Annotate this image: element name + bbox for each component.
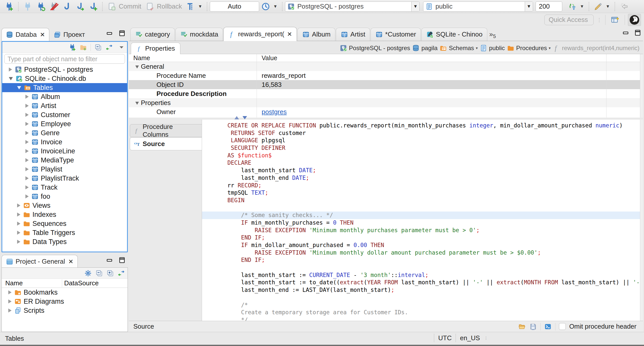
expand-twistie-icon[interactable] xyxy=(25,167,29,171)
grid-scrollbar[interactable] xyxy=(640,54,643,118)
maximize-button[interactable] xyxy=(118,256,126,264)
expand-twistie-icon[interactable] xyxy=(25,131,29,135)
sql-editor-button[interactable] xyxy=(60,1,73,12)
status-timezone[interactable]: UTC xyxy=(438,334,452,342)
grid-row-general[interactable]: General xyxy=(129,62,643,71)
view-tab-projects[interactable]: Проект xyxy=(49,28,89,41)
connection-combo-arrow[interactable]: ▼ xyxy=(411,2,419,11)
tree-item-mediatype[interactable]: MediaType xyxy=(2,156,127,165)
tree-item-employee[interactable]: Employee xyxy=(2,119,127,128)
status-locale[interactable]: en_US xyxy=(460,334,480,342)
expand-twistie-icon[interactable] xyxy=(8,308,12,313)
history-button[interactable]: ▼ xyxy=(259,1,279,12)
quick-access-input[interactable] xyxy=(544,15,594,25)
property-value-link[interactable]: postgres xyxy=(262,108,287,116)
back-button[interactable] xyxy=(618,1,631,12)
minimize-button[interactable] xyxy=(106,256,113,264)
minimize-button[interactable] xyxy=(622,29,629,37)
expand-twistie-icon[interactable] xyxy=(25,158,29,162)
pane-sash[interactable] xyxy=(129,118,643,120)
expand-twistie-icon[interactable] xyxy=(17,231,20,235)
tree-item-playlist[interactable]: Playlist xyxy=(2,165,127,174)
dbeaver-perspective-button[interactable] xyxy=(628,14,641,26)
collapse-twistie-icon[interactable] xyxy=(9,77,13,80)
tab-properties[interactable]: f Properties xyxy=(131,43,180,54)
editor-tab-mockdata[interactable]: mockdata xyxy=(175,28,223,41)
expand-twistie-icon[interactable] xyxy=(17,203,20,207)
link-with-editor-icon[interactable] xyxy=(117,269,125,277)
schema-combo-arrow[interactable]: ▼ xyxy=(525,2,533,11)
expand-twistie-icon[interactable] xyxy=(8,290,12,294)
tree-item-artist[interactable]: Artist xyxy=(2,101,127,110)
editor-tab-sqlite-chinoo[interactable]: SQLite - Chinoo xyxy=(421,28,487,41)
close-icon[interactable]: ✕ xyxy=(68,258,73,265)
open-file-icon[interactable] xyxy=(518,323,526,330)
editor-tab-artist[interactable]: Artist xyxy=(336,28,370,41)
expand-twistie-icon[interactable] xyxy=(25,113,29,117)
new-connection-icon[interactable] xyxy=(68,44,76,51)
expand-twistie-icon[interactable] xyxy=(25,122,29,126)
expand-twistie-icon[interactable] xyxy=(25,176,29,180)
column-header-datasource[interactable]: DataSource xyxy=(62,279,96,287)
breadcrumb-postgresql-postgres[interactable]: PostgreSQL - postgres xyxy=(340,44,410,52)
tree-item-genre[interactable]: Genre xyxy=(2,128,127,137)
tree-item-track[interactable]: Track xyxy=(2,183,127,192)
collapse-all-icon[interactable] xyxy=(95,269,103,277)
sash-down-icon[interactable] xyxy=(243,116,247,119)
link-with-editor-icon[interactable] xyxy=(105,44,113,51)
editor-tab-album[interactable]: Album xyxy=(297,28,335,41)
expand-twistie-icon[interactable] xyxy=(17,213,20,217)
tree-item-sqlite-chinook-db[interactable]: SQLite - Chinook.db xyxy=(2,74,127,83)
grid-row-owner[interactable]: Ownerpostgres xyxy=(129,107,643,116)
expand-twistie-icon[interactable] xyxy=(25,140,29,144)
expand-twistie-icon[interactable] xyxy=(25,104,29,108)
chevron-down-icon[interactable]: ▾ xyxy=(476,46,478,50)
tree-item-tables[interactable]: Tables xyxy=(2,83,127,92)
project-item-scripts[interactable]: Scripts xyxy=(2,306,128,315)
grid-row-procedure-description[interactable]: Procedure Description xyxy=(129,89,643,98)
fetch-size-input[interactable] xyxy=(536,2,562,12)
close-icon[interactable]: ✕ xyxy=(287,31,292,38)
sql-source-editor[interactable]: CREATE OR REPLACE FUNCTION public.reward… xyxy=(202,120,640,321)
grid-column-name[interactable]: Name xyxy=(129,54,257,62)
refresh-button[interactable]: ▼ xyxy=(566,1,586,12)
edit-tools-button[interactable]: ▼ xyxy=(592,1,612,12)
subtab-source[interactable]: T Source xyxy=(130,137,202,150)
gear-icon[interactable] xyxy=(84,269,92,277)
tree-item-data-types[interactable]: Data Types xyxy=(2,237,127,246)
sql-editor-open-button[interactable] xyxy=(73,1,87,12)
new-connection-button[interactable] xyxy=(3,1,16,12)
view-menu-icon[interactable] xyxy=(118,44,125,50)
omit-procedure-header-checkbox[interactable] xyxy=(559,323,566,330)
breadcrumb-procedures[interactable]: Procedures ▾ xyxy=(507,44,551,52)
commit-button[interactable]: Commit xyxy=(105,1,143,12)
tree-item-album[interactable]: Album xyxy=(2,92,127,101)
open-perspective-button[interactable] xyxy=(609,14,622,25)
transaction-mode-button[interactable]: ▼ xyxy=(184,1,204,12)
expand-all-icon[interactable] xyxy=(106,269,114,277)
minimize-button[interactable] xyxy=(106,29,113,37)
tree-item-invoiceline[interactable]: InvoiceLine xyxy=(2,147,127,156)
maximize-button[interactable] xyxy=(118,29,126,37)
view-tab-database-navigator[interactable]: Databa ✕ xyxy=(2,28,49,41)
subtab-procedure-columns[interactable]: f Procedure Columns xyxy=(130,124,202,137)
terminal-icon[interactable] xyxy=(544,323,552,330)
editor-tab-category[interactable]: category xyxy=(130,28,175,41)
tree-item-foo[interactable]: foo xyxy=(2,192,127,201)
sql-editor-new-button[interactable] xyxy=(87,1,100,12)
rollback-button[interactable]: Rollback xyxy=(143,1,184,12)
tree-item-customer[interactable]: Customer xyxy=(2,110,127,119)
auto-commit-combo[interactable]: Auto xyxy=(210,2,259,12)
tree-item-playlisttrack[interactable]: PlaylistTrack xyxy=(2,174,127,183)
schema-combo[interactable]: public ▼ xyxy=(423,2,533,12)
connection-combo[interactable]: PostgreSQL - postgres ▼ xyxy=(285,2,420,12)
reconnect-button[interactable] xyxy=(34,1,47,12)
sash-up-icon[interactable] xyxy=(234,116,239,119)
tree-item-invoice[interactable]: Invoice xyxy=(2,137,127,147)
maximize-button[interactable] xyxy=(634,29,641,37)
new-folder-icon[interactable] xyxy=(79,44,87,51)
view-tab-project-general[interactable]: Project - General ✕ xyxy=(2,255,78,268)
chevron-down-icon[interactable]: ▾ xyxy=(549,46,551,50)
breadcrumb-schemas[interactable]: Schemas ▾ xyxy=(439,44,478,52)
collapse-all-icon[interactable] xyxy=(94,44,102,51)
